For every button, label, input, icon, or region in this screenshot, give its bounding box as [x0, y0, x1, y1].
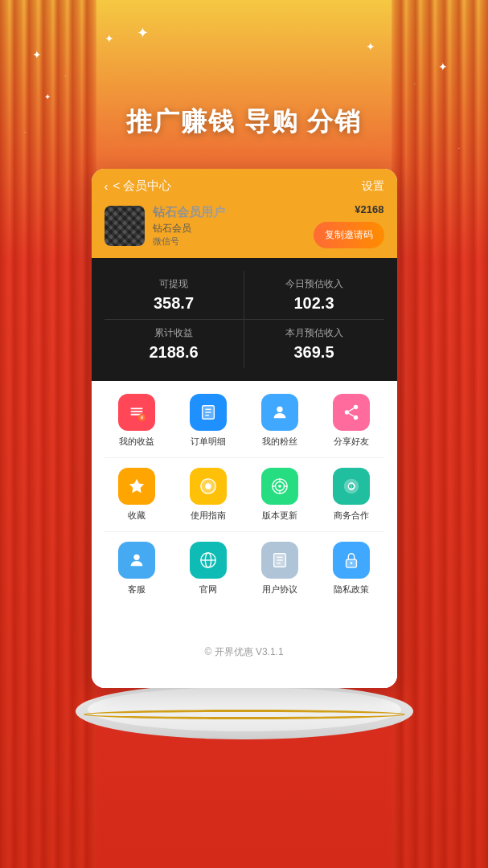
svg-line-10 [349, 408, 354, 411]
order-icon [190, 394, 227, 431]
svg-point-22 [133, 555, 139, 560]
member-card: ‹ < 会员中心 设置 钻石会员用户 钻石会员 微信号 ¥2168 复制邀请码 … [92, 169, 397, 688]
menu-user-agreement[interactable]: 用户协议 [248, 542, 313, 596]
sparkle-9: ✦ [137, 24, 149, 42]
menu-row-1: ¥ 我的收益 订单明细 我的粉丝 分享好友 [105, 394, 384, 448]
menu-row-3: 客服 官网 用户协议 隐私政策 [105, 542, 384, 596]
version-icon [261, 468, 298, 505]
favorites-label: 收藏 [128, 510, 146, 522]
stat-total: 累计收益 2188.6 [105, 319, 244, 368]
settings-link[interactable]: 设置 [362, 179, 384, 194]
svg-point-6 [277, 407, 282, 412]
svg-point-16 [278, 485, 281, 488]
sparkle-8: · [458, 145, 460, 152]
stat-withdrawable-label: 可提现 [108, 277, 240, 291]
menu-divider-1 [105, 457, 384, 458]
favorites-icon [118, 468, 155, 505]
svg-point-31 [351, 562, 353, 564]
privacy-label: 隐私政策 [334, 583, 369, 596]
user-info: 钻石会员用户 钻石会员 微信号 ¥2168 复制邀请码 [105, 203, 384, 248]
agreement-label: 用户协议 [262, 583, 297, 596]
menu-share[interactable]: 分享好友 [319, 394, 384, 448]
user-details: 钻石会员用户 钻石会员 微信号 [153, 205, 306, 248]
stat-withdrawable-value: 358.7 [108, 294, 240, 313]
stat-today-value: 102.3 [248, 294, 381, 313]
menu-my-fans[interactable]: 我的粉丝 [248, 394, 313, 448]
stats-area: 可提现 358.7 今日预估收入 102.3 累计收益 2188.6 本月预估收… [92, 258, 397, 381]
svg-point-7 [354, 405, 359, 410]
earnings-label: 我的收益 [119, 436, 154, 448]
card-nav: ‹ < 会员中心 设置 [105, 178, 384, 194]
sparkle-4: ✦ [438, 60, 448, 73]
invite-code-button[interactable]: 复制邀请码 [314, 222, 384, 248]
stat-month-label: 本月预估收入 [248, 326, 381, 340]
sparkle-1: ✦ [32, 48, 42, 61]
fans-icon [261, 394, 298, 431]
menu-business[interactable]: 商务合作 [319, 468, 384, 522]
card-header: ‹ < 会员中心 设置 钻石会员用户 钻石会员 微信号 ¥2168 复制邀请码 [92, 169, 397, 258]
nav-title: < 会员中心 [113, 178, 172, 194]
menu-privacy[interactable]: 隐私政策 [319, 542, 384, 596]
guide-icon [190, 468, 227, 505]
menu-website[interactable]: 官网 [176, 542, 241, 596]
service-icon [118, 542, 155, 579]
guide-label: 使用指南 [191, 510, 226, 522]
earnings-icon: ¥ [118, 394, 155, 431]
user-level: 钻石会员 [153, 222, 306, 235]
sparkle-2: · [64, 72, 66, 80]
menu-section: ¥ 我的收益 订单明细 我的粉丝 分享好友 [92, 381, 397, 688]
order-label: 订单明细 [191, 436, 226, 448]
stage-gold-ring [84, 710, 405, 719]
user-name: 钻石会员用户 [153, 205, 306, 220]
menu-version[interactable]: 版本更新 [248, 468, 313, 522]
share-label: 分享好友 [334, 436, 369, 448]
card-footer: © 开界优惠 V3.1.1 [105, 629, 384, 675]
menu-divider-2 [105, 531, 384, 532]
share-icon [333, 394, 370, 431]
menu-guide[interactable]: 使用指南 [176, 468, 241, 522]
business-icon [333, 468, 370, 505]
menu-favorites[interactable]: 收藏 [105, 468, 170, 522]
sparkle-6: ✦ [366, 40, 375, 53]
version-label: 版本更新 [262, 510, 297, 522]
fans-label: 我的粉丝 [262, 436, 297, 448]
svg-point-8 [345, 410, 350, 415]
user-earning: ¥2168 [355, 203, 383, 215]
sparkle-5: · [414, 80, 416, 88]
agreement-icon [261, 542, 298, 579]
website-icon [190, 542, 227, 579]
stat-today-estimate: 今日预估收入 102.3 [244, 271, 384, 319]
menu-service[interactable]: 客服 [105, 542, 170, 596]
stat-withdrawable: 可提现 358.7 [105, 271, 244, 319]
stat-total-label: 累计收益 [108, 326, 240, 340]
sparkle-3: ✦ [105, 32, 114, 45]
privacy-icon [333, 542, 370, 579]
stat-month-estimate: 本月预估收入 369.5 [244, 319, 384, 368]
nav-back[interactable]: ‹ < 会员中心 [105, 178, 172, 194]
menu-my-earnings[interactable]: ¥ 我的收益 [105, 394, 170, 448]
stat-total-value: 2188.6 [108, 343, 240, 362]
stat-month-value: 369.5 [248, 343, 381, 362]
back-icon: ‹ [105, 179, 109, 193]
website-label: 官网 [199, 583, 217, 596]
business-label: 商务合作 [334, 510, 369, 522]
svg-point-9 [354, 416, 359, 420]
user-avatar [105, 206, 145, 246]
avatar-pattern [105, 206, 145, 246]
hero-text: 推广赚钱 导购 分销 [0, 104, 488, 140]
svg-point-13 [205, 483, 211, 489]
sparkle-10: ✦ [44, 92, 51, 101]
menu-order-detail[interactable]: 订单明细 [176, 394, 241, 448]
stat-today-label: 今日预估收入 [248, 277, 381, 291]
user-wechat: 微信号 [153, 235, 306, 248]
service-label: 客服 [128, 583, 146, 596]
svg-line-11 [349, 413, 354, 416]
menu-row-2: 收藏 使用指南 版本更新 商务合作 [105, 468, 384, 522]
